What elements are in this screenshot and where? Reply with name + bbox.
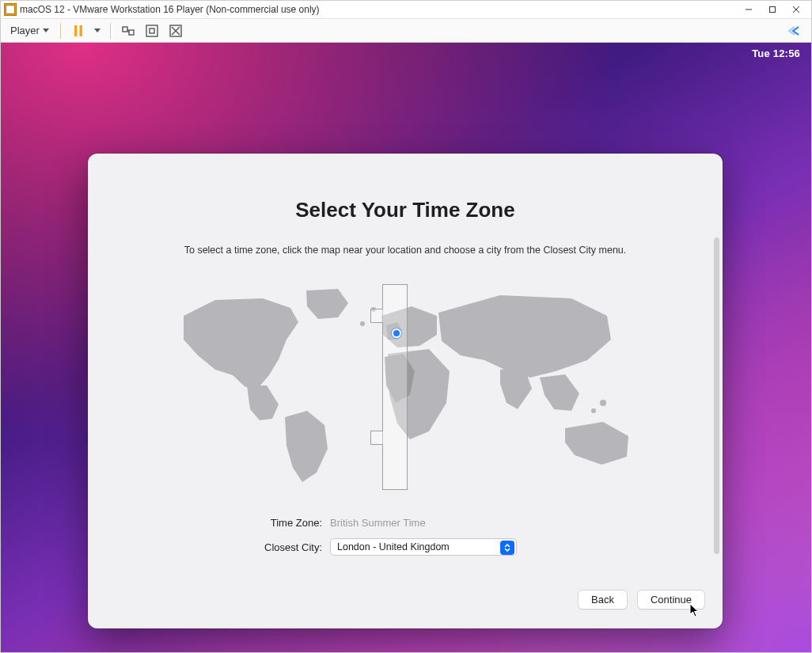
svg-rect-10 [150, 28, 154, 33]
content-scrollbar[interactable] [714, 237, 719, 554]
player-menu[interactable]: Player [6, 23, 54, 38]
toolbar-divider [60, 23, 61, 39]
send-ctrl-alt-del-button[interactable] [117, 21, 139, 40]
svg-rect-1 [770, 7, 776, 13]
vmware-app-icon [4, 3, 17, 16]
selected-timezone-band [382, 284, 408, 490]
pause-vm-button[interactable] [67, 21, 89, 40]
vmware-player-window: macOS 12 - VMware Workstation 16 Player … [0, 0, 812, 653]
setup-footer: Back Continue [88, 583, 723, 628]
vmware-toolbar: Player [1, 18, 811, 43]
closest-city-label: Closest City: [184, 541, 322, 553]
setup-content: Select Your Time Zone To select a time z… [88, 154, 723, 583]
svg-point-15 [591, 408, 596, 413]
svg-rect-5 [79, 25, 82, 36]
window-title: macOS 12 - VMware Workstation 16 Player … [20, 4, 320, 15]
toolbar-divider [110, 23, 111, 39]
page-title: Select Your Time Zone [120, 198, 691, 222]
window-titlebar[interactable]: macOS 12 - VMware Workstation 16 Player … [1, 1, 811, 18]
menu-bar-clock[interactable]: Tue 12:56 [752, 47, 800, 59]
window-maximize-button[interactable] [761, 2, 784, 17]
window-minimize-button[interactable] [737, 2, 761, 17]
timezone-label: Time Zone: [184, 517, 322, 529]
location-pin-icon [393, 330, 400, 336]
svg-point-14 [600, 400, 606, 406]
back-button[interactable]: Back [578, 590, 628, 609]
closest-city-select[interactable]: London - United Kingdom [330, 538, 517, 556]
svg-rect-6 [123, 27, 127, 32]
timezone-value: British Summer Time [330, 517, 627, 529]
fullscreen-button[interactable] [141, 21, 163, 40]
guest-viewport: Tue 12:56 Select Your Time Zone To selec… [1, 43, 811, 652]
svg-rect-4 [74, 25, 78, 36]
svg-point-16 [360, 321, 365, 326]
toolbar-collapse-button[interactable] [784, 21, 806, 40]
chevron-down-icon [43, 28, 49, 32]
player-menu-label: Player [10, 25, 40, 36]
unity-mode-button[interactable] [165, 21, 187, 40]
svg-rect-9 [146, 25, 157, 36]
mouse-cursor-icon [689, 603, 700, 617]
power-menu-button[interactable] [91, 21, 104, 40]
closest-city-value: London - United Kingdom [337, 541, 450, 552]
page-subtitle: To select a time zone, click the map nea… [120, 245, 691, 256]
continue-button-label: Continue [651, 594, 692, 606]
timezone-map[interactable] [160, 284, 651, 490]
window-close-button[interactable] [784, 2, 808, 17]
setup-assistant-window: Select Your Time Zone To select a time z… [88, 154, 723, 628]
back-button-label: Back [591, 594, 614, 606]
chevron-down-icon [94, 28, 101, 32]
svg-rect-7 [129, 30, 134, 35]
select-chevrons-icon [500, 541, 514, 555]
